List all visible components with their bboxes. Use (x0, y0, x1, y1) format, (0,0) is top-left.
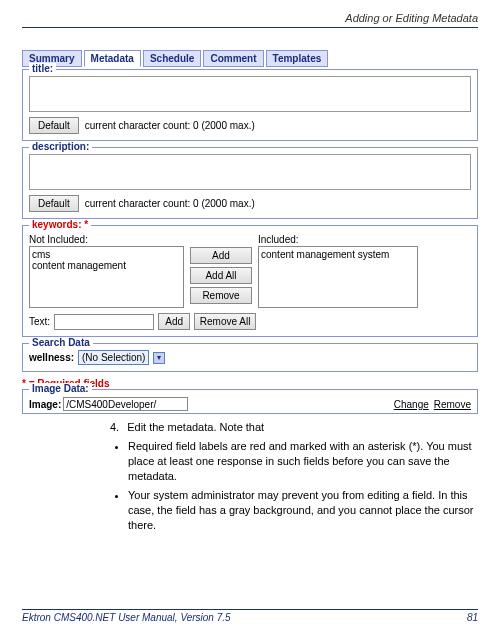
keyword-text-add-button[interactable]: Add (158, 313, 190, 330)
description-legend: description: (29, 141, 92, 152)
tab-templates[interactable]: Templates (266, 50, 329, 67)
keywords-legend: keywords: * (29, 219, 91, 230)
image-label: Image: (29, 399, 61, 410)
tab-comment[interactable]: Comment (203, 50, 263, 67)
included-label: Included: (258, 234, 418, 245)
remove-all-button[interactable]: Remove All (194, 313, 256, 330)
title-default-button[interactable]: Default (29, 117, 79, 134)
search-data-fieldset: Search Data wellness: (No Selection) ▾ (22, 343, 478, 372)
bullet-admin-restrict: Your system administrator may prevent yo… (128, 488, 478, 533)
header-rule (22, 27, 478, 28)
description-textarea[interactable] (29, 154, 471, 190)
not-included-label: Not Included: (29, 234, 184, 245)
not-included-listbox[interactable]: cms content management (29, 246, 184, 308)
title-fieldset: title: Default current character count: … (22, 69, 478, 141)
description-default-button[interactable]: Default (29, 195, 79, 212)
wellness-select[interactable]: (No Selection) (78, 350, 149, 365)
wellness-label: wellness: (29, 352, 74, 363)
step-number: 4. (110, 420, 119, 435)
footer-manual-name: Ektron CMS400.NET User Manual, Version 7… (22, 612, 231, 623)
title-legend: title: (29, 63, 56, 74)
bullet-required-fields: Required field labels are red and marked… (128, 439, 478, 484)
remove-button[interactable]: Remove (190, 287, 252, 304)
keyword-text-label: Text: (29, 316, 50, 327)
add-button[interactable]: Add (190, 247, 252, 264)
tab-schedule[interactable]: Schedule (143, 50, 201, 67)
keyword-text-input[interactable] (54, 314, 154, 330)
image-path-input[interactable] (63, 397, 188, 411)
search-data-legend: Search Data (29, 337, 93, 348)
footer-rule (22, 609, 478, 610)
tab-metadata[interactable]: Metadata (84, 50, 141, 67)
keywords-fieldset: keywords: * Not Included: cms content ma… (22, 225, 478, 337)
chevron-down-icon[interactable]: ▾ (153, 352, 165, 364)
title-charcount: current character count: 0 (2000 max.) (85, 120, 255, 131)
description-fieldset: description: Default current character c… (22, 147, 478, 219)
tab-bar: Summary Metadata Schedule Comment Templa… (22, 50, 478, 67)
image-change-link[interactable]: Change (394, 399, 429, 410)
step-4-text: Edit the metadata. Note that (127, 420, 264, 435)
footer-page-number: 81 (467, 612, 478, 623)
page-footer: Ektron CMS400.NET User Manual, Version 7… (22, 609, 478, 623)
instructions-block: 4. Edit the metadata. Note that Required… (110, 420, 478, 533)
title-textarea[interactable] (29, 76, 471, 112)
image-data-legend: Image Data: (29, 383, 92, 394)
wellness-select-value: (No Selection) (82, 352, 145, 363)
add-all-button[interactable]: Add All (190, 267, 252, 284)
image-remove-link[interactable]: Remove (434, 399, 471, 410)
page-header-title: Adding or Editing Metadata (22, 12, 478, 24)
image-data-fieldset: Image Data: Image: Change Remove (22, 389, 478, 414)
included-listbox[interactable]: content management system (258, 246, 418, 308)
description-charcount: current character count: 0 (2000 max.) (85, 198, 255, 209)
